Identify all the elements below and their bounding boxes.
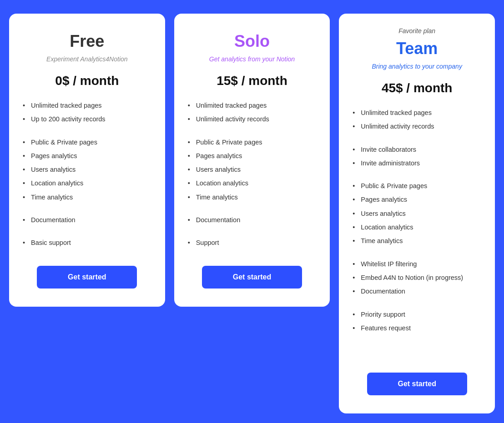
feature-spacer — [353, 136, 481, 140]
feature-item: Pages analytics — [353, 195, 481, 204]
feature-item: Public & Private pages — [353, 181, 481, 190]
feature-item: Priority support — [353, 310, 481, 319]
feature-spacer — [23, 229, 151, 234]
feature-item: Location analytics — [353, 223, 481, 232]
feature-item: Unlimited tracked pages — [353, 108, 481, 117]
feature-item: Time analytics — [23, 193, 151, 202]
feature-spacer — [188, 229, 317, 234]
plan-tagline-solo: Get analytics from your Notion — [188, 55, 317, 63]
feature-item: Unlimited activity records — [353, 122, 481, 131]
feature-spacer — [23, 129, 151, 133]
feature-item: Public & Private pages — [23, 138, 151, 147]
feature-item: Public & Private pages — [188, 138, 317, 147]
plan-card-free: FreeExperiment Analytics4Notion0$ / mont… — [9, 14, 165, 307]
plan-name-free: Free — [23, 32, 151, 51]
feature-spacer — [353, 250, 481, 255]
feature-item: Documentation — [353, 287, 481, 296]
plan-card-team: Favorite planTeamBring analytics to your… — [339, 14, 495, 413]
feature-item: Invite collaborators — [353, 145, 481, 154]
feature-item: Time analytics — [188, 193, 317, 202]
feature-item: Documentation — [188, 215, 317, 224]
feature-spacer — [353, 301, 481, 305]
plan-price-solo: 15$ / month — [188, 74, 317, 88]
feature-item: Unlimited tracked pages — [188, 101, 317, 110]
feature-item: Invite administrators — [353, 159, 481, 168]
plan-tagline-free: Experiment Analytics4Notion — [23, 55, 151, 63]
plan-tagline-team: Bring analytics to your company — [353, 63, 481, 70]
feature-item: Users analytics — [353, 209, 481, 218]
get-started-button-solo[interactable]: Get started — [202, 266, 302, 289]
feature-item: Documentation — [23, 215, 151, 224]
plan-name-solo: Solo — [188, 32, 317, 51]
plan-card-solo: SoloGet analytics from your Notion15$ / … — [174, 14, 330, 307]
feature-item: Users analytics — [188, 165, 317, 174]
feature-spacer — [353, 172, 481, 177]
feature-spacer — [188, 129, 317, 133]
plan-name-team: Team — [353, 39, 481, 58]
feature-item: Basic support — [23, 238, 151, 247]
feature-item: Location analytics — [188, 179, 317, 188]
feature-item: Support — [188, 238, 317, 247]
feature-item: Whitelist IP filtering — [353, 259, 481, 269]
feature-spacer — [23, 206, 151, 211]
feature-item: Up to 200 activity records — [23, 114, 151, 124]
feature-item: Pages analytics — [188, 151, 317, 160]
get-started-button-free[interactable]: Get started — [37, 266, 137, 289]
features-list-solo: Unlimited tracked pagesUnlimited activit… — [188, 101, 317, 252]
plan-price-team: 45$ / month — [353, 81, 481, 95]
feature-item: Features request — [353, 323, 481, 333]
feature-item: Unlimited activity records — [188, 114, 317, 124]
plan-price-free: 0$ / month — [23, 74, 151, 88]
feature-item: Pages analytics — [23, 151, 151, 160]
features-list-free: Unlimited tracked pagesUp to 200 activit… — [23, 101, 151, 252]
pricing-container: FreeExperiment Analytics4Notion0$ / mont… — [9, 14, 495, 413]
feature-item: Unlimited tracked pages — [23, 101, 151, 110]
feature-spacer — [188, 206, 317, 211]
feature-item: Location analytics — [23, 179, 151, 188]
get-started-button-team[interactable]: Get started — [367, 373, 467, 395]
features-list-team: Unlimited tracked pagesUnlimited activit… — [353, 108, 481, 359]
feature-item: Time analytics — [353, 236, 481, 245]
feature-item: Users analytics — [23, 165, 151, 174]
favorite-label: Favorite plan — [353, 27, 481, 35]
feature-item: Embed A4N to Notion (in progress) — [353, 273, 481, 282]
